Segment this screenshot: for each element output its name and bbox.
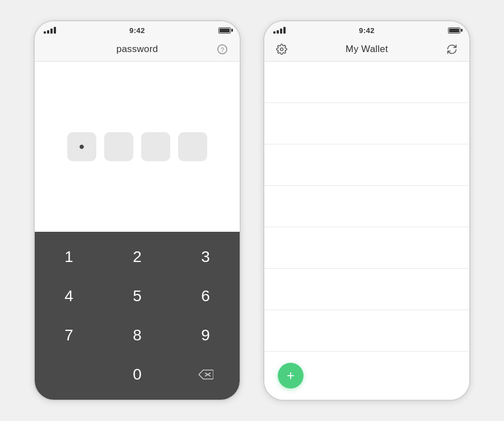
battery-icon-wallet [448, 27, 460, 34]
key-backspace[interactable] [183, 355, 228, 394]
status-time-wallet: 9:42 [359, 26, 375, 35]
keypad-row-3: 7 8 9 [35, 316, 240, 355]
add-button[interactable]: + [278, 363, 304, 389]
pin-dot-3 [141, 132, 170, 161]
status-bar-wallet: 9:42 [264, 21, 469, 37]
password-phone: 9:42 password ? 1 2 3 [34, 20, 241, 401]
key-8[interactable]: 8 [115, 316, 160, 355]
key-6[interactable]: 6 [183, 277, 228, 316]
wallet-row-4[interactable] [264, 186, 469, 227]
wallet-list [264, 62, 469, 400]
help-icon[interactable]: ? [214, 41, 231, 58]
add-icon: + [287, 369, 295, 382]
pin-area [35, 62, 240, 232]
keypad-row-2: 4 5 6 [35, 277, 240, 316]
wallet-title: My Wallet [346, 44, 388, 55]
battery-icon-password [218, 27, 231, 34]
key-7[interactable]: 7 [46, 316, 91, 355]
refresh-icon[interactable] [444, 41, 460, 58]
keypad: 1 2 3 4 5 6 7 8 9 0 [35, 232, 240, 400]
key-4[interactable]: 4 [46, 277, 91, 316]
wallet-phone: 9:42 My Wallet [263, 20, 470, 401]
wallet-row-6[interactable] [264, 269, 469, 310]
wallet-content: + [264, 62, 469, 400]
svg-point-4 [281, 48, 283, 50]
signal-icon [44, 27, 56, 34]
wallet-row-5[interactable] [264, 227, 469, 269]
nav-bar-wallet: My Wallet [264, 37, 469, 62]
key-5[interactable]: 5 [115, 277, 160, 316]
wallet-row-2[interactable] [264, 103, 469, 144]
key-1[interactable]: 1 [46, 237, 91, 277]
status-bar-password: 9:42 [35, 21, 240, 37]
password-content: 1 2 3 4 5 6 7 8 9 0 [35, 62, 240, 400]
wallet-row-1[interactable] [264, 62, 469, 103]
keypad-row-4: 0 [35, 355, 240, 394]
settings-icon[interactable] [273, 41, 290, 58]
keypad-row-1: 1 2 3 [35, 237, 240, 277]
wallet-row-3[interactable] [264, 144, 469, 186]
signal-icon-wallet [273, 27, 286, 34]
pin-dot-1 [67, 132, 96, 161]
key-2[interactable]: 2 [115, 237, 160, 277]
key-3[interactable]: 3 [183, 237, 228, 277]
status-time-password: 9:42 [129, 26, 145, 35]
svg-text:?: ? [221, 46, 224, 53]
key-0[interactable]: 0 [115, 355, 160, 394]
wallet-row-7[interactable] [264, 310, 469, 352]
key-9[interactable]: 9 [183, 316, 228, 355]
pin-dot-4 [178, 132, 207, 161]
password-title: password [116, 44, 158, 55]
nav-bar-password: password ? [35, 37, 240, 62]
pin-dot-2 [104, 132, 133, 161]
